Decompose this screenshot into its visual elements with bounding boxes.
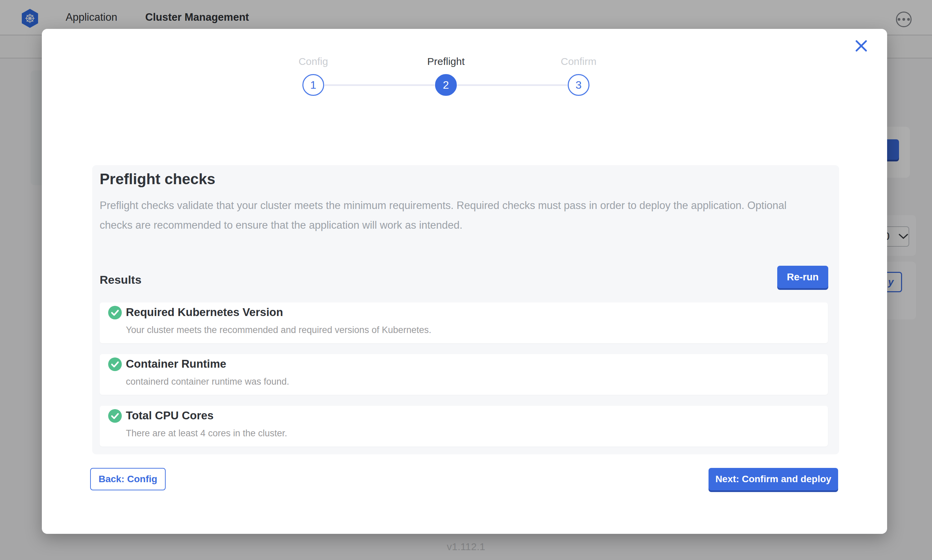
step-label: Confirm [560, 55, 596, 68]
check-description: There are at least 4 cores in the cluste… [126, 428, 287, 439]
close-icon [855, 39, 868, 52]
preflight-modal: Config 1 Preflight 2 Confirm 3 Preflight… [42, 29, 887, 534]
step-circle[interactable]: 3 [568, 74, 589, 96]
panel-title: Preflight checks [100, 171, 215, 188]
step-label: Config [299, 55, 328, 68]
wizard-stepper: Config 1 Preflight 2 Confirm 3 [247, 55, 645, 110]
preflight-panel: Preflight checks Preflight checks valida… [92, 165, 839, 454]
next-button[interactable]: Next: Confirm and deploy [708, 468, 838, 490]
check-description: Your cluster meets the recommended and r… [126, 325, 431, 335]
screen: Application Cluster Management 0 y v1.11… [0, 0, 932, 560]
check-item: Required Kubernetes Version Your cluster… [100, 302, 828, 343]
check-pass-icon [108, 409, 122, 423]
step-circle[interactable]: 1 [302, 74, 324, 96]
check-item: Container Runtime containerd container r… [100, 354, 828, 395]
check-pass-icon [108, 306, 122, 319]
panel-description: Preflight checks validate that your clus… [100, 196, 821, 235]
step-confirm: Confirm 3 [512, 55, 645, 96]
check-item: Total CPU Cores There are at least 4 cor… [100, 406, 828, 446]
step-connector [457, 84, 567, 86]
check-title: Total CPU Cores [126, 409, 214, 422]
close-button[interactable] [853, 38, 869, 54]
step-config: Config 1 [247, 55, 380, 96]
step-circle[interactable]: 2 [435, 74, 457, 96]
results-heading: Results [100, 273, 142, 286]
step-label: Preflight [427, 55, 464, 68]
back-button[interactable]: Back: Config [90, 468, 166, 490]
check-title: Container Runtime [126, 357, 226, 371]
rerun-button[interactable]: Re-run [777, 266, 828, 288]
step-preflight: Preflight 2 [380, 55, 512, 96]
check-description: containerd container runtime was found. [126, 377, 289, 387]
check-pass-icon [108, 357, 122, 371]
step-connector [324, 84, 435, 86]
check-title: Required Kubernetes Version [126, 306, 283, 319]
